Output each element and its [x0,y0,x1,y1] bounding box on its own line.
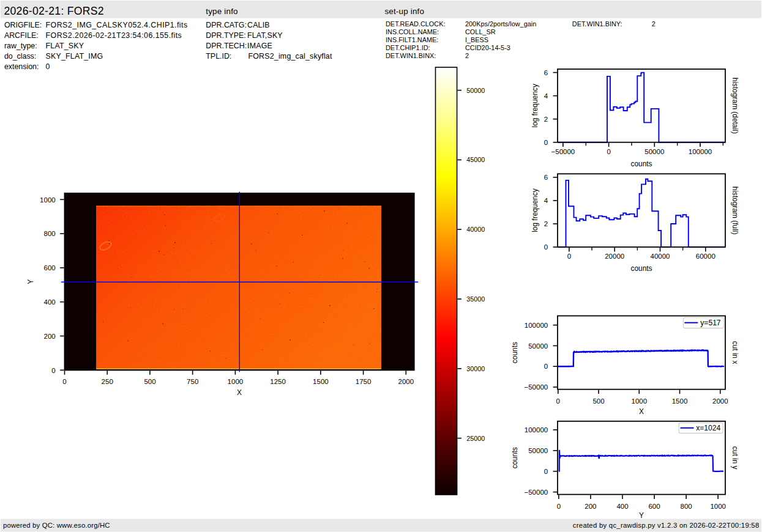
svg-text:COLL_SR: COLL_SR [465,28,496,35]
svg-text:200Kps/2ports/low_gain: 200Kps/2ports/low_gain [465,20,536,28]
svg-text:1500: 1500 [672,397,688,405]
svg-text:SKY_FLAT_IMG: SKY_FLAT_IMG [46,52,103,61]
svg-text:extension:: extension: [4,62,39,71]
svg-text:45000: 45000 [466,156,485,163]
svg-text:0: 0 [544,468,548,475]
svg-text:set-up info: set-up info [384,7,424,16]
svg-text:CCID20-14-5-3: CCID20-14-5-3 [465,44,510,51]
svg-text:type info: type info [206,7,237,16]
svg-text:do_class:: do_class: [4,52,36,61]
svg-text:DPR.TECH:: DPR.TECH: [206,42,247,50]
svg-text:powered by QC: www.eso.org/HC: powered by QC: www.eso.org/HC [3,522,110,529]
svg-text:1750: 1750 [356,378,372,385]
svg-text:600: 600 [648,503,660,510]
svg-text:0: 0 [557,503,561,510]
svg-text:cut in y: cut in y [731,446,739,470]
svg-text:2: 2 [544,116,548,123]
svg-text:FORS2_img_cal_skyflat: FORS2_img_cal_skyflat [248,52,332,61]
svg-text:−50000: −50000 [524,383,548,391]
svg-text:INS.COLL.NAME:: INS.COLL.NAME: [386,28,439,35]
svg-text:2: 2 [544,220,548,227]
svg-text:4: 4 [544,197,548,204]
svg-text:CALIB: CALIB [247,21,270,29]
svg-text:counts: counts [630,264,652,273]
svg-text:1500: 1500 [313,378,329,385]
svg-text:100000: 100000 [525,426,548,434]
svg-text:20000: 20000 [605,253,624,260]
svg-text:2000: 2000 [398,378,414,385]
svg-text:100000: 100000 [525,322,548,329]
svg-text:1000: 1000 [632,397,648,405]
svg-text:DPR.CATG:: DPR.CATG: [206,21,247,29]
svg-text:y=517: y=517 [700,319,721,327]
svg-text:800: 800 [681,503,692,510]
svg-text:500: 500 [144,378,155,385]
svg-text:counts: counts [510,342,519,363]
svg-text:INS.FILT1.NAME:: INS.FILT1.NAME: [386,36,438,43]
svg-text:30000: 30000 [466,365,485,372]
svg-text:200: 200 [585,503,596,510]
svg-text:ARCFILE:: ARCFILE: [4,31,39,40]
svg-text:50000: 50000 [466,87,485,94]
svg-text:log frequency: log frequency [531,84,539,127]
svg-text:FLAT_SKY: FLAT_SKY [46,42,84,50]
svg-text:0: 0 [607,148,610,155]
svg-text:I_BESS: I_BESS [465,36,488,43]
svg-text:6: 6 [544,69,548,76]
svg-text:raw_type:: raw_type: [4,42,37,50]
svg-text:1000: 1000 [228,378,244,385]
svg-text:400: 400 [616,503,628,510]
svg-text:0: 0 [567,253,571,260]
svg-text:35000: 35000 [466,295,485,303]
svg-text:counts: counts [630,160,652,168]
svg-text:0: 0 [62,378,66,385]
svg-text:40000: 40000 [466,226,485,233]
svg-text:−50000: −50000 [551,148,575,155]
svg-text:50000: 50000 [528,342,548,350]
svg-text:FLAT,SKY: FLAT,SKY [247,31,283,40]
svg-text:400: 400 [44,298,56,306]
svg-text:50000: 50000 [528,447,548,454]
svg-text:x=1024: x=1024 [696,424,720,432]
svg-text:50000: 50000 [644,148,664,155]
svg-text:DET.READ.CLOCK:: DET.READ.CLOCK: [386,20,445,28]
svg-text:2: 2 [465,52,469,59]
svg-text:6: 6 [544,174,548,181]
svg-text:0: 0 [46,62,50,71]
svg-text:FORS2_IMG_CALSKY052.4.CHIP1.fi: FORS2_IMG_CALSKY052.4.CHIP1.fits [46,21,188,29]
svg-text:600: 600 [44,264,56,272]
svg-text:1250: 1250 [270,378,286,385]
svg-text:DET.CHIP1.ID:: DET.CHIP1.ID: [386,44,430,51]
svg-text:800: 800 [44,230,56,237]
svg-text:1000: 1000 [40,196,56,204]
svg-text:25000: 25000 [466,435,485,442]
svg-text:FORS2.2026-02-21T23:54:06.155.: FORS2.2026-02-21T23:54:06.155.fits [46,31,182,40]
svg-text:histogram (detail): histogram (detail) [731,78,739,134]
svg-text:ORIGFILE:: ORIGFILE: [4,21,42,29]
svg-text:2: 2 [652,20,656,28]
svg-text:counts: counts [510,447,519,468]
svg-text:−50000: −50000 [524,489,548,496]
svg-text:100000: 100000 [689,148,712,155]
svg-text:0: 0 [544,139,548,146]
svg-text:histogram (full): histogram (full) [731,187,739,235]
svg-text:DET.WIN1.BINY:: DET.WIN1.BINY: [572,20,622,28]
svg-text:500: 500 [592,397,604,405]
svg-text:X: X [237,388,242,397]
svg-text:1000: 1000 [710,503,726,510]
svg-text:TPL.ID:: TPL.ID: [206,52,231,61]
svg-text:Y: Y [639,511,644,520]
svg-text:200: 200 [44,333,56,340]
svg-text:log frequency: log frequency [531,188,539,232]
svg-text:60000: 60000 [696,253,715,260]
svg-text:DET.WIN1.BINX:: DET.WIN1.BINX: [386,52,436,59]
svg-text:cut in x: cut in x [731,341,739,364]
svg-text:2026-02-21: FORS2: 2026-02-21: FORS2 [4,5,104,17]
svg-text:Y: Y [26,279,35,284]
svg-text:0: 0 [556,397,560,405]
svg-text:0: 0 [51,367,55,374]
svg-text:0: 0 [544,243,548,251]
svg-text:4: 4 [544,92,548,100]
svg-text:250: 250 [102,378,113,385]
svg-text:IMAGE: IMAGE [247,42,272,50]
